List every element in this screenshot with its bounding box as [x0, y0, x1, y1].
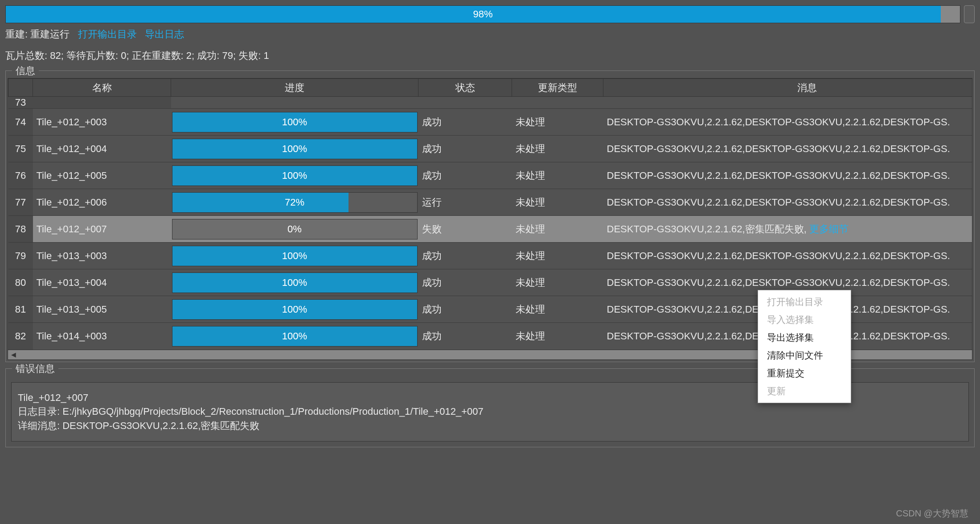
side-button[interactable]	[964, 5, 975, 23]
row-tile-name: Tile_+012_+007	[33, 216, 171, 243]
row-update-type: 未处理	[512, 189, 603, 216]
row-state: 成功	[418, 162, 512, 189]
row-progress-label: 100%	[172, 273, 417, 293]
row-message: DESKTOP-GS3OKVU,2.2.1.62,密集匹配失败, 更多细节	[603, 216, 973, 243]
row-progress: 100%	[172, 299, 418, 320]
col-header-name[interactable]: 名称	[33, 79, 171, 97]
row-progress-label: 100%	[172, 166, 417, 186]
rebuild-status-text: 重建: 重建运行	[5, 29, 70, 40]
row-progress-cell	[171, 97, 418, 109]
open-output-link[interactable]: 打开输出目录	[78, 29, 137, 40]
row-tile-name: Tile_+012_+005	[33, 162, 171, 189]
row-state: 成功	[418, 323, 512, 350]
row-progress-cell: 100%	[171, 269, 418, 296]
row-state: 成功	[418, 243, 512, 269]
row-progress-cell: 100%	[171, 162, 418, 189]
row-index: 73	[8, 97, 33, 109]
context-menu-item[interactable]: 清除中间文件	[758, 347, 851, 364]
table-row[interactable]: 75Tile_+012_+004100%成功未处理DESKTOP-GS3OKVU…	[8, 136, 973, 162]
row-index: 81	[8, 296, 33, 323]
row-tile-name: Tile_+013_+005	[33, 296, 171, 323]
row-progress-label: 100%	[172, 139, 417, 159]
more-details-link[interactable]: 更多细节	[809, 223, 849, 235]
context-menu-item: 更新	[758, 382, 851, 400]
table-row[interactable]: 73	[8, 97, 973, 109]
error-detail: 详细消息: DESKTOP-GS3OKVU,2.2.1.62,密集匹配失败	[18, 419, 962, 433]
row-state: 成功	[418, 136, 512, 162]
row-tile-name: Tile_+012_+006	[33, 189, 171, 216]
row-progress: 100%	[172, 326, 418, 347]
col-header-message[interactable]: 消息	[603, 79, 973, 97]
row-context-menu[interactable]: 打开输出目录导入选择集导出选择集清除中间文件重新提交更新	[758, 290, 851, 403]
row-tile-name: Tile_+012_+004	[33, 136, 171, 162]
row-state: 运行	[418, 189, 512, 216]
row-progress-label: 0%	[172, 219, 417, 239]
row-progress: 100%	[172, 165, 418, 186]
error-fieldset-label: 错误信息	[12, 362, 58, 375]
context-menu-item: 打开输出目录	[758, 293, 851, 311]
row-index: 74	[8, 109, 33, 136]
tile-counts: 瓦片总数: 82; 等待瓦片数: 0; 正在重建数: 2; 成功: 79; 失败…	[5, 49, 975, 62]
row-message: DESKTOP-GS3OKVU,2.2.1.62,DESKTOP-GS3OKVU…	[603, 109, 973, 136]
row-progress: 0%	[172, 219, 418, 239]
row-tile-name: Tile_+014_+003	[33, 323, 171, 350]
row-progress-label: 100%	[172, 300, 417, 319]
row-update-type: 未处理	[512, 216, 603, 243]
row-tile-name: Tile_+012_+003	[33, 109, 171, 136]
col-header-state[interactable]: 状态	[418, 79, 512, 97]
row-state: 成功	[418, 109, 512, 136]
row-progress: 100%	[172, 112, 418, 132]
row-index: 77	[8, 189, 33, 216]
watermark: CSDN @大势智慧	[896, 507, 968, 520]
row-update-type: 未处理	[512, 323, 603, 350]
row-tile-name: Tile_+013_+004	[33, 269, 171, 296]
row-update-type: 未处理	[512, 162, 603, 189]
row-progress-cell: 100%	[171, 109, 418, 136]
row-message: DESKTOP-GS3OKVU,2.2.1.62,DESKTOP-GS3OKVU…	[603, 243, 973, 269]
row-message: DESKTOP-GS3OKVU,2.2.1.62,DESKTOP-GS3OKVU…	[603, 189, 973, 216]
row-index: 79	[8, 243, 33, 269]
row-progress-label: 72%	[172, 193, 417, 212]
row-index: 82	[8, 323, 33, 350]
row-update-type: 未处理	[512, 296, 603, 323]
row-progress-cell: 100%	[171, 243, 418, 269]
row-progress: 100%	[172, 246, 418, 266]
col-header-index[interactable]	[8, 79, 33, 97]
table-row[interactable]: 76Tile_+012_+005100%成功未处理DESKTOP-GS3OKVU…	[8, 162, 973, 189]
col-header-update[interactable]: 更新类型	[512, 79, 603, 97]
table-row[interactable]: 79Tile_+013_+003100%成功未处理DESKTOP-GS3OKVU…	[8, 243, 973, 269]
context-menu-item: 导入选择集	[758, 311, 851, 329]
row-progress-label: 100%	[172, 246, 417, 266]
info-fieldset-label: 信息	[12, 64, 39, 78]
context-menu-item[interactable]: 重新提交	[758, 364, 851, 382]
row-update-type: 未处理	[512, 243, 603, 269]
table-row[interactable]: 74Tile_+012_+003100%成功未处理DESKTOP-GS3OKVU…	[8, 109, 973, 136]
row-progress-label: 100%	[172, 112, 417, 132]
context-menu-item[interactable]: 导出选择集	[758, 329, 851, 347]
row-tile-name	[33, 97, 171, 109]
row-progress: 72%	[172, 192, 418, 213]
row-update-type: 未处理	[512, 109, 603, 136]
col-header-progress[interactable]: 进度	[171, 79, 418, 97]
row-index: 75	[8, 136, 33, 162]
error-log-dir: 日志目录: E:/jhkyBGQ/jhbgq/Projects/Block_2/…	[18, 404, 962, 419]
row-state: 失败	[418, 216, 512, 243]
row-tile-name: Tile_+013_+003	[33, 243, 171, 269]
table-row[interactable]: 78Tile_+012_+0070%失败未处理DESKTOP-GS3OKVU,2…	[8, 216, 973, 243]
row-update-type: 未处理	[512, 269, 603, 296]
row-index: 80	[8, 269, 33, 296]
overall-progress-label: 98%	[6, 6, 960, 23]
row-progress-label: 100%	[172, 326, 417, 346]
scroll-left-icon[interactable]: ◀	[8, 350, 19, 359]
table-row[interactable]: 77Tile_+012_+00672%运行未处理DESKTOP-GS3OKVU,…	[8, 189, 973, 216]
row-message: DESKTOP-GS3OKVU,2.2.1.62,DESKTOP-GS3OKVU…	[603, 136, 973, 162]
row-message: DESKTOP-GS3OKVU,2.2.1.62,DESKTOP-GS3OKVU…	[603, 162, 973, 189]
row-progress-cell: 0%	[171, 216, 418, 243]
row-state	[418, 97, 512, 109]
row-index: 76	[8, 162, 33, 189]
row-state: 成功	[418, 296, 512, 323]
row-state: 成功	[418, 269, 512, 296]
row-progress: 100%	[172, 139, 418, 159]
export-log-link[interactable]: 导出日志	[145, 29, 184, 40]
overall-progress: 98%	[5, 5, 960, 23]
